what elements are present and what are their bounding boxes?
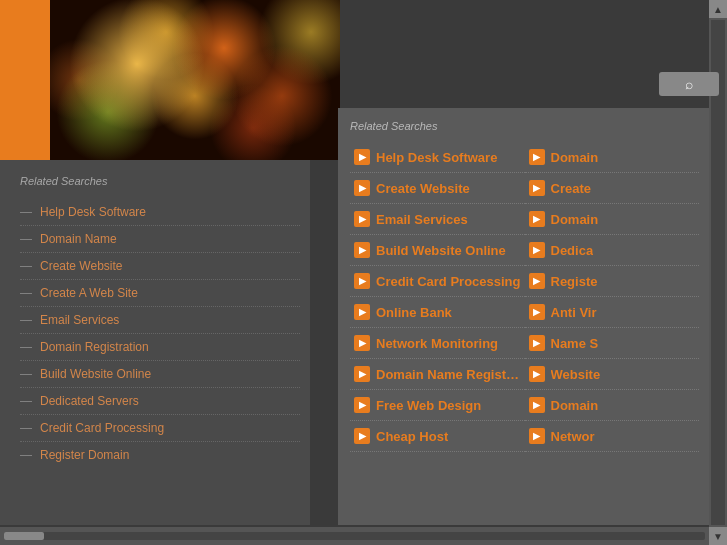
right-arrow-symbol: ▶ <box>533 338 540 348</box>
right-link-item[interactable]: ▶Create Website <box>350 173 525 204</box>
left-link-text: Domain Registration <box>40 340 149 354</box>
right-panel-title: Related Searches <box>350 120 699 132</box>
right-arrow-icon: ▶ <box>529 211 545 227</box>
left-link-item[interactable]: —Create A Web Site <box>20 280 300 307</box>
right-arrow-icon: ▶ <box>354 335 370 351</box>
left-link-text: Domain Name <box>40 232 117 246</box>
right-link-text: Anti Vir <box>551 305 597 320</box>
right-arrow-symbol: ▶ <box>533 183 540 193</box>
right-link-item[interactable]: ▶Domain <box>525 390 700 421</box>
right-arrow-symbol: ▶ <box>359 183 366 193</box>
left-link-text: Credit Card Processing <box>40 421 164 435</box>
right-link-item[interactable]: ▶Networ <box>525 421 700 452</box>
left-arrow-icon: — <box>20 340 32 354</box>
left-link-item[interactable]: —Help Desk Software <box>20 199 300 226</box>
right-panel: Related Searches ▶Help Desk Software▶Dom… <box>338 108 709 525</box>
right-link-text: Domain <box>551 212 599 227</box>
left-link-item[interactable]: —Domain Registration <box>20 334 300 361</box>
right-arrow-symbol: ▶ <box>533 307 540 317</box>
left-panel: Related Searches —Help Desk Software—Dom… <box>0 160 310 525</box>
right-arrow-icon: ▶ <box>529 180 545 196</box>
right-arrow-symbol: ▶ <box>533 431 540 441</box>
left-panel-title: Related Searches <box>20 175 300 187</box>
left-link-item[interactable]: —Credit Card Processing <box>20 415 300 442</box>
left-link-item[interactable]: —Domain Name <box>20 226 300 253</box>
right-link-item[interactable]: ▶Domain Name Registration <box>350 359 525 390</box>
right-arrow-symbol: ▶ <box>359 307 366 317</box>
left-link-text: Email Services <box>40 313 119 327</box>
scroll-thumb <box>4 532 44 540</box>
left-link-text: Build Website Online <box>40 367 151 381</box>
right-link-text: Registe <box>551 274 598 289</box>
right-arrow-icon: ▶ <box>354 397 370 413</box>
right-link-text: Email Services <box>376 212 468 227</box>
left-link-item[interactable]: —Email Services <box>20 307 300 334</box>
right-links-grid: ▶Help Desk Software▶Domain▶Create Websit… <box>350 142 699 452</box>
scroll-down-button[interactable]: ▼ <box>709 527 727 545</box>
right-link-item[interactable]: ▶Email Services <box>350 204 525 235</box>
right-link-text: Online Bank <box>376 305 452 320</box>
left-arrow-icon: — <box>20 259 32 273</box>
right-link-item[interactable]: ▶Online Bank <box>350 297 525 328</box>
right-link-item[interactable]: ▶Build Website Online <box>350 235 525 266</box>
right-arrow-icon: ▶ <box>354 428 370 444</box>
right-arrow-symbol: ▶ <box>359 214 366 224</box>
right-arrow-symbol: ▶ <box>359 369 366 379</box>
right-link-item[interactable]: ▶Help Desk Software <box>350 142 525 173</box>
right-link-item[interactable]: ▶Free Web Design <box>350 390 525 421</box>
right-arrow-icon: ▶ <box>529 366 545 382</box>
right-arrow-symbol: ▶ <box>533 400 540 410</box>
left-arrow-icon: — <box>20 421 32 435</box>
right-link-text: Create Website <box>376 181 470 196</box>
right-arrow-symbol: ▶ <box>359 276 366 286</box>
hero-bokeh-image <box>50 0 340 160</box>
right-arrow-icon: ▶ <box>529 149 545 165</box>
right-arrow-icon: ▶ <box>354 211 370 227</box>
right-link-item[interactable]: ▶Create <box>525 173 700 204</box>
left-link-text: Create A Web Site <box>40 286 138 300</box>
right-link-item[interactable]: ▶Name S <box>525 328 700 359</box>
right-arrow-symbol: ▶ <box>533 276 540 286</box>
right-link-item[interactable]: ▶Domain <box>525 204 700 235</box>
right-link-text: Help Desk Software <box>376 150 497 165</box>
right-link-item[interactable]: ▶Registe <box>525 266 700 297</box>
right-arrow-icon: ▶ <box>529 428 545 444</box>
left-arrow-icon: — <box>20 205 32 219</box>
left-link-item[interactable]: —Create Website <box>20 253 300 280</box>
right-link-item[interactable]: ▶Dedica <box>525 235 700 266</box>
right-link-item[interactable]: ▶Credit Card Processing <box>350 266 525 297</box>
left-arrow-icon: — <box>20 448 32 462</box>
bottom-scrollbar[interactable] <box>0 527 709 545</box>
right-arrow-symbol: ▶ <box>533 245 540 255</box>
right-arrow-icon: ▶ <box>529 273 545 289</box>
left-link-item[interactable]: —Register Domain <box>20 442 300 468</box>
right-link-text: Create <box>551 181 591 196</box>
right-link-text: Cheap Host <box>376 429 448 444</box>
right-arrow-icon: ▶ <box>529 242 545 258</box>
left-link-item[interactable]: —Dedicated Servers <box>20 388 300 415</box>
left-links-list: —Help Desk Software—Domain Name—Create W… <box>20 199 300 468</box>
right-link-text: Network Monitoring <box>376 336 498 351</box>
search-bar[interactable]: ⌕ <box>659 72 719 96</box>
left-arrow-icon: — <box>20 286 32 300</box>
right-arrow-icon: ▶ <box>529 397 545 413</box>
right-link-text: Credit Card Processing <box>376 274 521 289</box>
right-arrow-icon: ▶ <box>354 242 370 258</box>
scroll-track <box>4 532 705 540</box>
right-arrow-symbol: ▶ <box>359 245 366 255</box>
right-link-item[interactable]: ▶Network Monitoring <box>350 328 525 359</box>
right-arrow-symbol: ▶ <box>533 152 540 162</box>
right-link-text: Domain Name Registration <box>376 367 521 382</box>
left-link-item[interactable]: —Build Website Online <box>20 361 300 388</box>
left-link-text: Help Desk Software <box>40 205 146 219</box>
left-link-text: Register Domain <box>40 448 129 462</box>
right-arrow-icon: ▶ <box>529 304 545 320</box>
right-link-item[interactable]: ▶Domain <box>525 142 700 173</box>
scroll-up-button[interactable]: ▲ <box>709 0 727 18</box>
search-icon: ⌕ <box>685 76 693 92</box>
right-link-item[interactable]: ▶Website <box>525 359 700 390</box>
right-link-item[interactable]: ▶Cheap Host <box>350 421 525 452</box>
right-arrow-symbol: ▶ <box>359 152 366 162</box>
right-arrow-icon: ▶ <box>354 273 370 289</box>
right-link-item[interactable]: ▶Anti Vir <box>525 297 700 328</box>
